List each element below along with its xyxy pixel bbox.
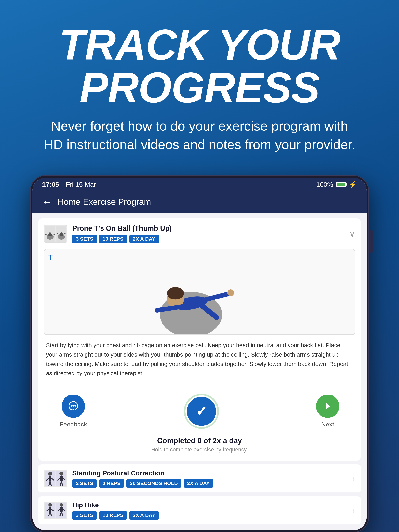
status-bar: 17:05 Fri 15 Mar 100% ⚡	[32, 177, 367, 191]
list2-tag-reps: 10 REPS	[99, 511, 127, 519]
svg-point-26	[48, 472, 52, 475]
list-chevron-icon-1: ›	[353, 474, 355, 483]
complete-inner-circle: ✓	[187, 397, 216, 426]
list-item-2[interactable]: Hip Hike 3 SETS 10 REPS 2X A DAY ›	[38, 496, 361, 524]
hero-subtitle: Never forget how to do your exercise pro…	[44, 117, 355, 154]
svg-point-9	[60, 232, 63, 235]
back-button[interactable]: ←	[42, 196, 52, 208]
app-bar: ← Home Exercise Program	[32, 191, 367, 213]
svg-point-15	[167, 287, 184, 300]
exercise-name: Prone T's On Ball (Thumb Up)	[72, 224, 344, 233]
list-thumb-1	[44, 470, 67, 487]
next-label: Next	[321, 421, 334, 428]
svg-marker-24	[326, 403, 330, 409]
tag-sets: 3 SETS	[72, 235, 97, 243]
feedback-label: Feedback	[60, 421, 87, 428]
svg-rect-41	[49, 507, 51, 512]
list-tag-freq: 2X A DAY	[184, 479, 213, 488]
next-circle	[316, 394, 339, 418]
list2-tag-freq: 2X A DAY	[129, 511, 159, 519]
exercise-header: Prone T's On Ball (Thumb Up) 3 SETS 10 R…	[38, 218, 361, 249]
content-area: Prone T's On Ball (Thumb Up) 3 SETS 10 R…	[32, 213, 367, 530]
list-tag-sets: 2 SETS	[72, 479, 97, 488]
svg-point-40	[48, 503, 52, 507]
list-thumb-2	[44, 502, 67, 519]
svg-rect-34	[60, 475, 63, 481]
svg-point-22	[72, 405, 74, 407]
tablet-frame: 17:05 Fri 15 Mar 100% ⚡ ← Home Exercise …	[30, 175, 369, 532]
complete-button[interactable]: ✓	[184, 394, 219, 429]
exercise-card: Prone T's On Ball (Thumb Up) 3 SETS 10 R…	[38, 218, 361, 461]
battery-bar	[336, 182, 346, 187]
next-button[interactable]: Next	[316, 394, 339, 428]
list-item-1[interactable]: Standing Postural Correction 2 SETS 2 RE…	[38, 464, 361, 493]
list-thumb-svg-1	[45, 471, 66, 486]
exercise-thumb-svg	[45, 226, 66, 242]
list-name-1: Standing Postural Correction	[72, 469, 348, 477]
completed-subtitle: Hold to complete exercise by frequency.	[50, 447, 349, 453]
tag-reps: 10 REPS	[99, 235, 127, 243]
battery-fill	[337, 183, 345, 186]
battery-percentage: 100%	[316, 181, 333, 188]
list-tags-2: 3 SETS 10 REPS 2X A DAY	[72, 511, 348, 519]
svg-point-47	[60, 503, 63, 507]
list-tag-reps: 2 REPS	[99, 479, 124, 488]
list-tags-1: 2 SETS 2 REPS 30 SECONDS HOLD 2X A DAY	[72, 479, 348, 488]
list-name-2: Hip Hike	[72, 501, 348, 509]
feedback-icon	[67, 400, 79, 412]
list-tag-hold: 30 SECONDS HOLD	[126, 479, 181, 488]
svg-rect-27	[49, 475, 51, 481]
status-right: 100% ⚡	[316, 181, 357, 188]
exercise-illustration	[45, 249, 354, 334]
status-time: 17:05	[42, 181, 59, 188]
list-chevron-icon-2: ›	[353, 506, 355, 515]
tablet-screen: 17:05 Fri 15 Mar 100% ⚡ ← Home Exercise …	[32, 177, 367, 530]
tablet-wrapper: 17:05 Fri 15 Mar 100% ⚡ ← Home Exercise …	[30, 175, 369, 532]
battery-icon	[336, 182, 346, 187]
list-thumb-svg-2	[45, 503, 66, 518]
complete-outer-ring: ✓	[184, 394, 219, 429]
exercise-info: Prone T's On Ball (Thumb Up) 3 SETS 10 R…	[72, 224, 344, 243]
next-arrow-icon	[323, 401, 333, 411]
actions-row: Feedback ✓	[44, 384, 355, 435]
video-watermark: T	[48, 253, 53, 261]
status-date: Fri 15 Mar	[66, 181, 96, 188]
svg-rect-48	[60, 507, 63, 512]
hero-section: TRACK YOUR PROGRESS Never forget how to …	[0, 0, 399, 169]
feedback-circle	[62, 394, 85, 418]
exercise-chevron-icon: ∨	[349, 229, 355, 238]
exercise-thumbnail	[44, 225, 67, 243]
svg-point-23	[74, 405, 76, 407]
video-area[interactable]: T	[44, 249, 355, 335]
list-info-1: Standing Postural Correction 2 SETS 2 RE…	[72, 469, 348, 488]
tag-frequency: 2X A DAY	[129, 235, 159, 243]
svg-point-21	[71, 405, 72, 407]
exercise-tags: 3 SETS 10 REPS 2X A DAY	[72, 235, 344, 243]
svg-point-33	[59, 472, 63, 475]
list-info-2: Hip Hike 3 SETS 10 REPS 2X A DAY	[72, 501, 348, 519]
svg-point-3	[49, 232, 51, 235]
feedback-button[interactable]: Feedback	[60, 394, 87, 428]
completed-title: Completed 0 of 2x a day	[50, 437, 349, 445]
lightning-icon: ⚡	[349, 181, 357, 188]
list2-tag-sets: 3 SETS	[72, 511, 97, 519]
svg-point-19	[227, 289, 234, 296]
app-bar-title: Home Exercise Program	[58, 197, 151, 207]
exercise-description: Start by lying with your chest and rib c…	[38, 335, 361, 384]
completed-section: Completed 0 of 2x a day Hold to complete…	[44, 435, 355, 461]
hero-title: TRACK YOUR PROGRESS	[19, 23, 380, 109]
checkmark-icon: ✓	[196, 403, 207, 419]
